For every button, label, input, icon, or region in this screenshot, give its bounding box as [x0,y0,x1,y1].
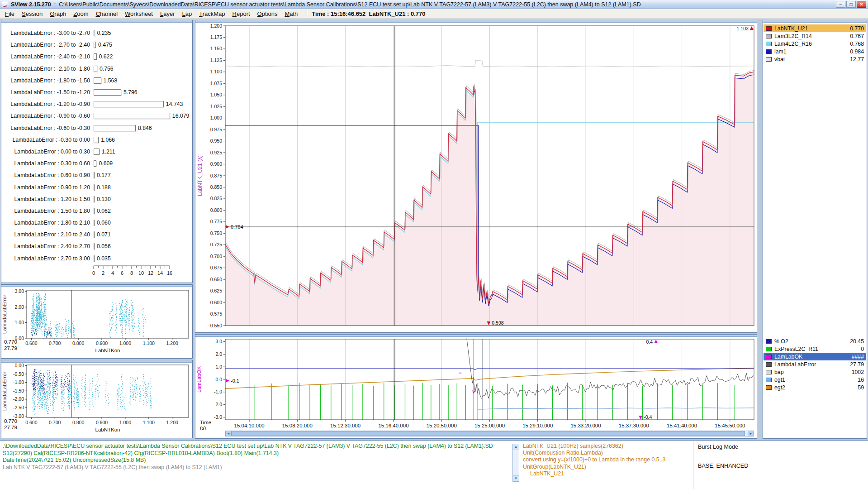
maximize-button[interactable]: □ [846,1,856,8]
histogram-value: 0.475 [98,42,112,48]
svg-text:2.00: 2.00 [15,304,24,310]
scrollbar-thumb[interactable] [232,431,745,436]
histogram-row: LambdaLabError : -2.40 to -2.100.622 [1,51,192,62]
histogram-value: 0.062 [97,208,111,214]
menu-item-report[interactable]: Report [229,10,254,18]
scroll-up-arrow-icon[interactable]: ▲ [514,444,518,450]
menu-item-lap[interactable]: Lap [179,10,196,18]
channel-row-lambdalaberror[interactable]: LambdaLabError27.79 [764,360,866,368]
scroll-left-arrow-icon[interactable]: ◄ [226,431,232,436]
histogram-row: LambdaLabError : 2.40 to 2.700.056 [1,240,192,252]
menu-item-zoom[interactable]: Zoom [70,10,92,18]
scatter_error_neg-plot[interactable]: 0.6000.7000.8000.9001.0001.1001.2000.00-… [1,363,192,438]
menu-item-math[interactable]: Math [281,10,301,18]
bottom-chart-y-ticks: 3.02.01.00.0-1.0-2.0-3.0 [214,339,225,420]
main-chart-panel: 0.5500.5750.6000.6250.6500.6750.7000.725… [195,20,757,333]
bottom-chart[interactable]: 3.02.01.00.0-1.0-2.0-3.0-0.10.4-0.415:04… [195,337,757,432]
menu-item-worksheet[interactable]: Worksheet [121,10,157,18]
menu-item-trackmap[interactable]: TrackMap [195,10,228,18]
channel-color-swatch [766,49,772,54]
panel-header[interactable] [1,360,192,363]
channel-row-bap[interactable]: bap1002 [764,368,866,376]
scatter-plot-positive[interactable]: 0.6000.7000.8000.9001.0001.1001.2000.001… [1,288,192,359]
panel-header[interactable] [195,335,757,337]
menu-item-options[interactable]: Options [254,10,281,18]
svg-text:-0.50: -0.50 [13,371,24,377]
channel-row-egt1[interactable]: egt116 [764,376,866,384]
scroll-down-arrow-icon[interactable]: ▼ [514,476,518,481]
histogram-row: LambdaLabError : 0.60 to 0.900.177 [1,169,192,181]
channel-row-vbat[interactable]: vbat12.77 [764,55,866,63]
histogram-value: 0.188 [97,184,111,191]
menu-item-session[interactable]: Session [18,10,46,18]
channel-color-swatch [766,57,772,62]
scatter_error_pos-plot[interactable]: 0.6000.7000.8000.9001.0001.1001.2000.001… [1,288,192,359]
histogram-row-label: LambdaLabError : 0.90 to 1.20 [1,184,90,191]
histogram-value: 14.743 [166,101,183,107]
channel-color-swatch [766,42,772,46]
svg-text:0.625: 0.625 [210,288,222,293]
menu-separator [307,10,308,18]
panel-header[interactable] [1,285,192,287]
title-bar[interactable]: SView 2.15.270 : C:\Users\Public\Documen… [0,0,868,9]
svg-text:0.600: 0.600 [210,300,222,305]
channel-row-lam1[interactable]: lam10.984 [764,48,866,55]
menu-item-file[interactable]: File [1,10,18,18]
channel-row-egt2[interactable]: egt259 [764,384,866,391]
menu-item-channel[interactable]: Channel [92,10,121,18]
histogram-value: 0.130 [97,196,111,202]
mini-scrollbar-track[interactable] [513,450,519,476]
svg-text:0.0: 0.0 [215,377,222,382]
channel-row-lamlabok[interactable]: LamLabOK#### [764,353,866,360]
scatter-plot-negative[interactable]: 0.6000.7000.8000.9001.0001.1001.2000.00-… [1,363,192,438]
horizontal-scrollbar[interactable]: ◄ ► [225,431,754,436]
histogram-row-label: LambdaLabError : -0.90 to -0.60 [1,113,90,119]
channel-row-lam4l2c-r16[interactable]: Lam4L2C_R160.768 [764,40,866,48]
close-button[interactable]: ✕ [857,1,866,8]
channel-info-scrollbar[interactable]: ▲ ▼ [512,444,519,482]
panel-header[interactable] [763,20,867,23]
histogram-row-label: LambdaLabError : 1.80 to 2.10 [1,220,90,226]
time-axis-label: Time [200,420,211,425]
svg-text:15:33:20.000: 15:33:20.000 [570,423,601,428]
minimize-button[interactable]: – [836,1,845,8]
channel-name: egt2 [774,384,858,391]
histogram-row: LambdaLabError : -0.90 to -0.6016.079 [1,110,192,122]
panel-header[interactable] [195,20,757,23]
channel-color-swatch [766,34,772,38]
time-axis-unit: (s) [200,425,206,430]
channel-name: lam1 [774,48,850,55]
histogram-value: 0.071 [97,231,111,238]
cursor-value-label: 0.764 [231,224,243,230]
menu-item-graph[interactable]: Graph [46,10,70,18]
svg-text:3.0: 3.0 [215,339,222,344]
channel-row-expressl2c-r11[interactable]: ExPressL2C_R110 [764,345,866,353]
channel-row--o2[interactable]: % O220.45 [764,337,866,345]
channel-value: #### [852,354,864,360]
scatter-plot-positive-panel: 0.6000.7000.8000.9001.0001.1001.2000.001… [1,284,193,359]
svg-text:-1.50: -1.50 [13,388,24,393]
histogram-bar [94,149,100,155]
status-description: Lab NTK V TAG7222-57 (LAM3) V TAG7222-55… [3,464,493,471]
main-chart[interactable]: 0.5500.5750.6000.6250.6500.6750.7000.725… [195,23,757,333]
title-separator: : [54,1,56,8]
menu-item-layer[interactable]: Layer [157,10,179,18]
bottom-chart-plot[interactable]: 3.02.01.00.0-1.0-2.0-3.0-0.10.4-0.415:04… [195,337,757,430]
histogram-row: LambdaLabError : 1.50 to 1.800.062 [1,205,192,217]
menu-items: FileSessionGraphZoomChannelWorksheetLaye… [1,10,301,18]
scroll-right-arrow-icon[interactable]: ► [748,431,754,436]
status-divider [693,441,693,489]
histogram-row-label: LambdaLabError : -2.10 to -1.80 [1,66,90,72]
svg-text:0.800: 0.800 [210,207,222,213]
channel-value: 1002 [852,369,864,375]
svg-text:15:04:10.000: 15:04:10.000 [234,423,265,428]
channel-row-labntk-u21[interactable]: LabNTK_U210.770 [764,24,866,32]
scatter-ylabel: LambdaLabError [2,372,7,411]
svg-text:0.700: 0.700 [210,254,222,259]
main-chart-plot[interactable]: 0.5500.5750.6000.6250.6500.6750.7000.725… [195,23,757,332]
svg-text:1.100: 1.100 [143,340,155,346]
channel-row-lam3l2c-r14[interactable]: Lam3L2C_R140.767 [764,32,866,40]
histogram-row: LambdaLabError : 0.30 to 0.600.609 [1,158,192,169]
scrollbar-track[interactable] [232,431,748,436]
svg-text:0.950: 0.950 [210,138,222,144]
